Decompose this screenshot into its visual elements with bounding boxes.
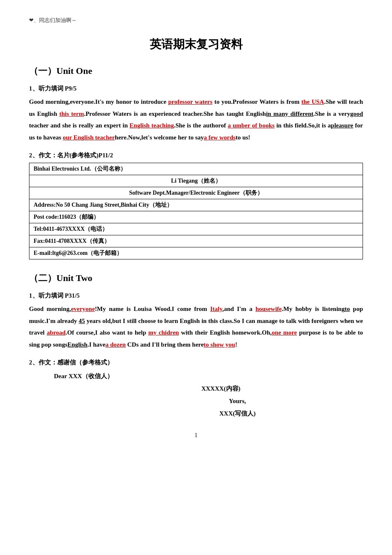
letter-block: Dear XXX（收信人） XXXXX(内容) — [54, 370, 363, 395]
one-more-link: one more — [272, 329, 297, 336]
table-row: E-mail:ltg6@263.com（电子邮箱） — [29, 247, 363, 259]
in-many-different-underline: in many different — [266, 110, 313, 117]
letter-content: XXXXX(内容) — [79, 382, 363, 395]
a-number-of-books-link: a umber of books — [228, 122, 275, 129]
table-row: Tel:0411-4673XXXX（电话） — [29, 223, 363, 235]
pleasure-underline: pleasure — [331, 122, 353, 129]
of-text: of — [221, 122, 226, 129]
email: E-mail:ltg6@263.com（电子邮箱） — [29, 247, 363, 259]
my-chidren-link: my chidren — [148, 329, 179, 336]
company-name: Binhai Electronics Ltd.（公司名称） — [29, 163, 363, 175]
main-title: 英语期末复习资料 — [29, 37, 363, 52]
letter-yours: Yours, XXX(写信人) — [112, 395, 363, 420]
listening-two-paragraph: Good morning,everyone!My name is Louisa … — [29, 303, 363, 350]
table-row: Software Dept.Manager/Electronic Enginee… — [29, 187, 363, 199]
writer-text: XXX(写信人) — [112, 407, 363, 420]
business-card-table: Binhai Electronics Ltd.（公司名称） Li Tiegang… — [29, 163, 363, 259]
unit-two-section: （二）Unit Two 1、听力填词 P31/5 Good morning,ev… — [29, 272, 363, 420]
a-few-words-link: a few words — [204, 134, 236, 141]
yours-text: Yours, — [112, 395, 363, 407]
page-number: 1 — [29, 432, 363, 439]
writing-two-label: 2、作文：感谢信（参考格式） — [29, 359, 363, 367]
writing-one-label: 2、作文：名片(参考格式)P11/2 — [29, 152, 363, 159]
to-show-you-link: to show you — [204, 341, 235, 348]
listening-two-label: 1、听力填词 P31/5 — [29, 292, 363, 300]
table-row: Post code:116023（邮编） — [29, 211, 363, 223]
usa-link: the USA — [302, 98, 324, 105]
this-term-link: this term — [59, 110, 84, 117]
telephone: Tel:0411-4673XXXX（电话） — [29, 223, 363, 235]
45-underline: 45 — [79, 318, 85, 324]
english-underline: English — [68, 341, 88, 348]
table-row: Address:No 50 Chang Jiang Street,Binhai … — [29, 199, 363, 211]
address: Address:No 50 Chang Jiang Street,Binhai … — [29, 199, 363, 211]
professor-waters-link: professor waters — [168, 98, 212, 105]
english-teaching-link: English teaching — [129, 122, 174, 129]
everyone-link: everyone — [71, 306, 95, 312]
our-english-teacher-link: our English teacher — [63, 134, 115, 141]
housewife-link: housewife — [256, 306, 282, 312]
to-underline: to — [345, 306, 350, 312]
italy-link: Italy — [210, 306, 222, 312]
fax: Fax:0411-4708XXXX（传真） — [29, 235, 363, 247]
table-row: Li Tiegang（姓名） — [29, 175, 363, 187]
listening-one-paragraph: Good morning,everyone.It's my honor to i… — [29, 96, 363, 143]
unit-two-title: （二）Unit Two — [29, 272, 363, 284]
top-bar-text: ❤、同志们加油啊～ — [29, 17, 77, 23]
good-underline: good — [350, 110, 363, 117]
unit-one-section: （一）Unit One 1、听力填词 P9/5 Good morning,eve… — [29, 65, 363, 259]
postcode: Post code:116023（邮编） — [29, 211, 363, 223]
job-title: Software Dept.Manager/Electronic Enginee… — [29, 187, 363, 199]
as-text: as — [56, 134, 63, 141]
letter-dear: Dear XXX（收信人） — [54, 370, 363, 382]
abroad-link: abroad — [47, 329, 66, 336]
a-dozen-link: a dozen — [105, 341, 126, 348]
top-bar: ❤、同志们加油啊～ — [29, 17, 363, 24]
table-row: Binhai Electronics Ltd.（公司名称） — [29, 163, 363, 175]
person-name: Li Tiegang（姓名） — [29, 175, 363, 187]
listening-one-label: 1、听力填词 P9/5 — [29, 85, 363, 93]
table-row: Fax:0411-4708XXXX（传真） — [29, 235, 363, 247]
unit-one-title: （一）Unit One — [29, 65, 363, 77]
